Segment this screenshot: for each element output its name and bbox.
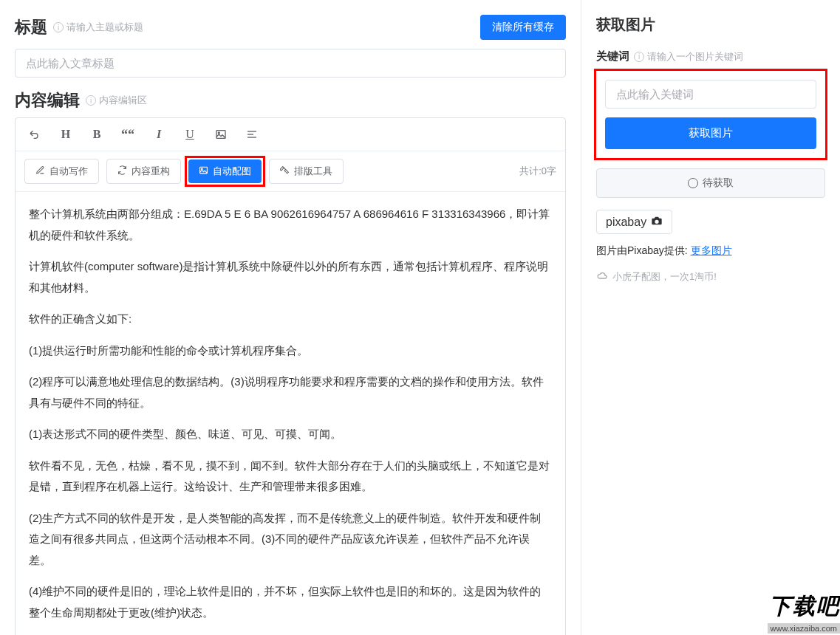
sidebar-header: 获取图片: [596, 15, 825, 35]
keyword-input[interactable]: [605, 80, 816, 109]
auto-image-highlight: 自动配图: [185, 156, 265, 187]
circle-icon: [688, 178, 698, 188]
title-input[interactable]: [15, 49, 566, 78]
refresh-icon: [117, 165, 127, 177]
pixabay-label: pixabay: [606, 216, 646, 229]
editor-toolbar-formatting: H B ““ I U: [16, 118, 565, 151]
tip-text: 小虎子配图，一次1淘币!: [612, 270, 717, 284]
content-paragraph: 软件的正确含义如下:: [29, 309, 552, 330]
bold-icon[interactable]: B: [86, 124, 107, 145]
info-icon: i: [634, 52, 644, 62]
auto-write-button[interactable]: 自动写作: [24, 159, 99, 184]
keyword-label: 关键词: [596, 49, 629, 64]
pixabay-attribution: 图片由Pixabay提供: 更多图片: [596, 244, 825, 258]
content-paragraph: 计算机软件(computer software)是指计算机系统中除硬件以外的所有…: [29, 256, 552, 298]
keyword-hint-text: 请输入一个图片关键词: [647, 50, 743, 64]
keyword-label-row: 关键词 i 请输入一个图片关键词: [596, 49, 825, 64]
content-edit-label: 内容编辑: [15, 89, 80, 111]
content-paragraph: 软件看不见，无色，枯燥，看不见，摸不到，闻不到。软件大部分存在于人们的头脑或纸上…: [29, 456, 552, 498]
pixabay-prefix: 图片由Pixabay提供:: [596, 244, 691, 256]
word-count: 共计:0字: [519, 165, 556, 178]
italic-icon[interactable]: I: [148, 124, 169, 145]
heading-icon[interactable]: H: [55, 124, 76, 145]
editor-toolbar-actions: 自动写作 内容重构 自动配图: [16, 151, 565, 192]
tool-icon: [280, 165, 290, 177]
title-section-header: 标题 i 请输入主题或标题 清除所有缓存: [15, 15, 566, 40]
svg-point-1: [218, 132, 219, 134]
info-icon: i: [53, 22, 64, 32]
content-edit-hint-text: 内容编辑区: [99, 94, 147, 107]
title-hint: i 请输入主题或标题: [53, 21, 143, 34]
tip-row: 小虎子配图，一次1淘币!: [596, 270, 825, 284]
more-images-link[interactable]: 更多图片: [691, 244, 732, 256]
content-restructure-button[interactable]: 内容重构: [106, 159, 181, 184]
auto-image-button[interactable]: 自动配图: [188, 159, 262, 183]
watermark-main: 下载吧: [769, 591, 840, 622]
undo-icon[interactable]: [24, 124, 45, 145]
content-paragraph: (2)程序可以满意地处理信息的数据结构。(3)说明程序功能要求和程序需要的文档的…: [29, 371, 552, 413]
camera-icon: [651, 215, 663, 229]
clear-cache-button[interactable]: 清除所有缓存: [480, 15, 566, 40]
fetch-status: 待获取: [596, 168, 825, 198]
image-icon[interactable]: [211, 124, 231, 145]
edit-icon: [35, 165, 45, 177]
content-paragraph: (1)表达形式不同的硬件类型、颜色、味道、可见、可摸、可闻。: [29, 424, 552, 445]
content-edit-hint: i 内容编辑区: [86, 94, 147, 107]
title-hint-text: 请输入主题或标题: [66, 21, 143, 34]
content-paragraph: (4)维护不同的硬件是旧的，理论上软件是旧的，并不坏，但实际上软件也是旧的和坏的…: [29, 581, 552, 623]
layout-tool-button[interactable]: 排版工具: [269, 159, 344, 184]
keyword-hint: i 请输入一个图片关键词: [634, 50, 743, 64]
quote-icon[interactable]: ““: [117, 124, 138, 145]
watermark-url: www.xiazaiba.com: [768, 623, 840, 634]
underline-icon[interactable]: U: [180, 124, 200, 145]
layout-tool-label: 排版工具: [294, 165, 332, 178]
pixabay-badge: pixabay: [596, 210, 672, 234]
editor-content[interactable]: 整个计算机系统由两部分组成：E.69DA 5 E 6 BA 9062616964…: [16, 192, 565, 635]
keyword-input-highlight: 获取图片: [594, 69, 827, 160]
svg-point-6: [202, 168, 203, 170]
cloud-icon: [596, 270, 608, 284]
title-label: 标题: [15, 16, 47, 38]
content-paragraph: (2)生产方式不同的软件是开发，是人类智能的高发挥，而不是传统意义上的硬件制造。…: [29, 508, 552, 572]
content-restructure-label: 内容重构: [132, 165, 170, 178]
info-icon: i: [86, 95, 96, 106]
sidebar: 获取图片 关键词 i 请输入一个图片关键词 获取图片 待获取 pixabay 图…: [581, 0, 840, 635]
fetch-status-text: 待获取: [703, 176, 734, 190]
auto-write-label: 自动写作: [49, 165, 88, 178]
picture-icon: [199, 165, 208, 177]
editor-box: H B ““ I U 自动写作: [15, 117, 566, 635]
watermark: 下载吧 www.xiazaiba.com: [737, 583, 840, 635]
content-paragraph: (1)提供运行时所需功能和性能的命令或计算机程序集合。: [29, 340, 552, 362]
content-edit-header: 内容编辑 i 内容编辑区: [15, 89, 566, 111]
auto-image-label: 自动配图: [213, 165, 251, 178]
fetch-image-button[interactable]: 获取图片: [605, 117, 816, 149]
align-left-icon[interactable]: [242, 124, 262, 145]
content-paragraph: 整个计算机系统由两部分组成：E.69DA 5 E 6 BA 9062616964…: [29, 204, 552, 246]
